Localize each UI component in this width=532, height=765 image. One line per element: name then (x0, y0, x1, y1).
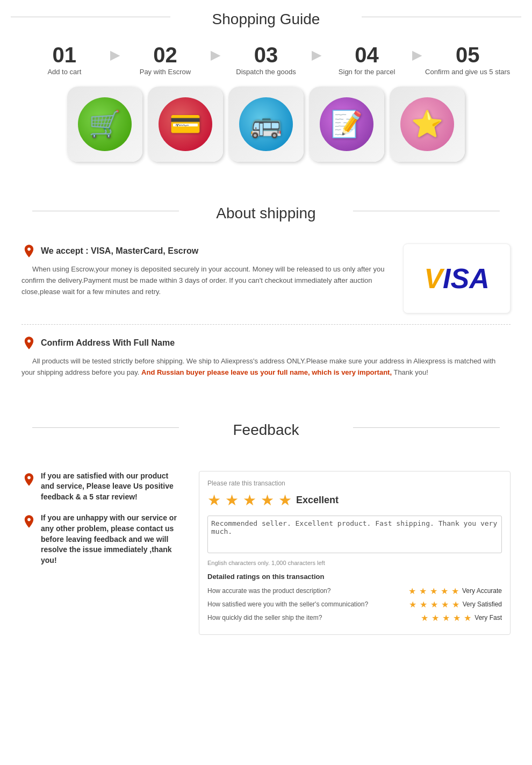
rating-label-2: Very Satisfied (463, 600, 502, 608)
icon-pay: 💳 (148, 87, 223, 162)
step-3: 03 Dispatch the goods (223, 44, 309, 76)
sign-icon: 📝 (320, 97, 373, 151)
step-5: 05 Confirm and give us 5 stars (425, 44, 511, 76)
stars-row: ★ ★ ★ ★ ★ Excellent (207, 491, 502, 509)
review-textarea[interactable]: Recommended seller. Excellent product. F… (207, 516, 502, 553)
feedback-item-1-text: If you are satisfied with our product an… (41, 471, 183, 503)
step-4: 04 Sign for the parcel (324, 44, 410, 76)
payment-heading-text: We accept : VISA, MasterCard, Escrow (41, 246, 198, 256)
location-icon-4 (21, 514, 37, 529)
star-4[interactable]: ★ (261, 491, 274, 509)
feedback-section: Feedback If you are satisfied with our p… (0, 405, 532, 651)
dotted-divider (21, 324, 511, 325)
step-5-label: Confirm and give us 5 stars (425, 68, 510, 76)
star-2[interactable]: ★ (225, 491, 239, 509)
payment-heading: We accept : VISA, MasterCard, Escrow (21, 244, 387, 259)
step-2-label: Pay with Escrow (140, 68, 191, 76)
rating-row-3: How quickly did the seller ship the item… (207, 613, 502, 623)
star-3[interactable]: ★ (243, 491, 256, 509)
icons-row: 🛒 💳 🚌 📝 ⭐ (21, 87, 511, 162)
icon-dispatch: 🚌 (228, 87, 304, 162)
step-2-num: 02 (153, 44, 177, 66)
detailed-ratings-title: Detailed ratings on this transaction (207, 573, 502, 581)
feedback-item-2-text: If you are unhappy with our service or a… (41, 513, 183, 566)
rating-question-1: How accurate was the product description… (207, 587, 330, 595)
rating-label-1: Very Accurate (462, 587, 502, 595)
feedback-title: Feedback (21, 411, 511, 444)
excellent-label: Excellent (296, 495, 339, 506)
step-1-label: Add to cart (47, 68, 81, 76)
feedback-form: Please rate this transaction ★ ★ ★ ★ ★ E… (199, 471, 511, 635)
arrow-1: ▶ (110, 47, 120, 62)
location-icon-3 (21, 472, 37, 487)
payment-description: When using Escrow,your money is deposite… (21, 264, 387, 297)
payment-text: We accept : VISA, MasterCard, Escrow Whe… (21, 244, 387, 313)
rating-stars-3: ★ ★ ★ ★ ★ Very Fast (421, 613, 502, 623)
cart-icon: 🛒 (78, 97, 132, 151)
rating-row-1: How accurate was the product description… (207, 586, 502, 596)
feedback-item-1: If you are satisfied with our product an… (21, 471, 183, 503)
dispatch-icon: 🚌 (239, 97, 293, 151)
step-5-num: 05 (456, 44, 480, 66)
about-shipping-title: About shipping (21, 194, 511, 227)
arrow-4: ▶ (412, 47, 422, 62)
location-icon (21, 244, 37, 259)
pay-icon: 💳 (159, 97, 212, 151)
feedback-item-2: If you are unhappy with our service or a… (21, 513, 183, 566)
address-heading: Confirm Address With Full Name (21, 335, 511, 351)
rating-row-2: How satisfied were you with the seller's… (207, 599, 502, 610)
icon-sign: 📝 (309, 87, 384, 162)
arrow-3: ▶ (312, 47, 321, 62)
visa-logo: VVISAISA (424, 262, 489, 295)
star-5[interactable]: ★ (278, 491, 292, 509)
char-count: English characters only. 1,000 character… (207, 560, 502, 566)
step-1-num: 01 (53, 44, 77, 66)
address-description: All products will be tested strictly bef… (21, 356, 511, 378)
feedback-content: If you are satisfied with our product an… (21, 471, 511, 635)
rating-stars-1: ★ ★ ★ ★ ★ Very Accurate (408, 586, 502, 596)
star-1[interactable]: ★ (207, 491, 221, 509)
payment-subsection: We accept : VISA, MasterCard, Escrow Whe… (21, 244, 511, 313)
rating-question-3: How quickly did the seller ship the item… (207, 614, 322, 621)
step-4-num: 04 (355, 44, 379, 66)
icon-cart: 🛒 (67, 87, 142, 162)
rating-stars-2: ★ ★ ★ ★ ★ Very Satisfied (409, 599, 502, 610)
steps-row: 01 Add to cart ▶ 02 Pay with Escrow ▶ 03… (21, 44, 511, 76)
location-icon-2 (21, 335, 37, 351)
step-1: 01 Add to cart (21, 44, 107, 76)
confirm-icon: ⭐ (400, 97, 454, 151)
address-suffix: Thank you! (393, 368, 428, 376)
icon-confirm: ⭐ (390, 87, 465, 162)
visa-logo-box: VVISAISA (403, 244, 511, 313)
visa-stripe: V (424, 263, 443, 294)
step-4-label: Sign for the parcel (339, 68, 396, 76)
address-subsection: Confirm Address With Full Name All produ… (21, 335, 511, 378)
shopping-guide-title: Shopping Guide (0, 0, 532, 33)
step-2: 02 Pay with Escrow (123, 44, 209, 76)
rate-label: Please rate this transaction (207, 480, 502, 487)
rating-label-3: Very Fast (475, 614, 502, 621)
step-3-num: 03 (254, 44, 278, 66)
arrow-2: ▶ (211, 47, 220, 62)
address-heading-text: Confirm Address With Full Name (41, 338, 175, 348)
about-shipping-section: About shipping We accept : VISA, MasterC… (0, 189, 532, 405)
feedback-left: If you are satisfied with our product an… (21, 471, 183, 635)
address-highlight: And Russian buyer please leave us your f… (141, 368, 392, 376)
shopping-guide-section: Shopping Guide 01 Add to cart ▶ 02 Pay w… (0, 0, 532, 189)
rating-question-2: How satisfied were you with the seller's… (207, 600, 368, 608)
step-3-label: Dispatch the goods (236, 68, 296, 76)
